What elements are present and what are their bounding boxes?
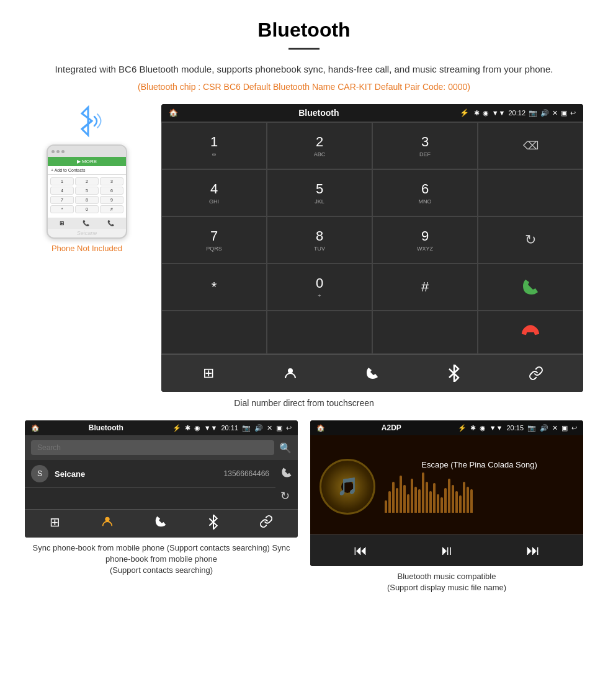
pb-search-icon[interactable]: 🔍: [279, 442, 292, 454]
pb-status-bar: 🏠 Bluetooth ⚡ ✱ ◉ ▼▼ 20:11 📷 🔊 ✕ ▣ ↩: [25, 420, 298, 435]
music-win-icon[interactable]: ▣: [561, 424, 568, 432]
dial-key-0[interactable]: 0+: [267, 264, 372, 311]
dial-key-4[interactable]: 4GHI: [161, 169, 267, 216]
close-status-icon[interactable]: ✕: [552, 109, 558, 117]
dial-end-call-button[interactable]: [478, 311, 583, 354]
music-note-icon: 🎵: [337, 476, 359, 497]
dial-key-1[interactable]: 1∞: [161, 122, 267, 169]
music-controls: ⏮ ⏯ ⏭: [310, 534, 583, 566]
car-status-icons: ✱ ◉ ▼▼ 20:12 📷 🔊 ✕ ▣ ↩: [474, 109, 576, 117]
music-next-icon[interactable]: ⏭: [526, 543, 540, 559]
car-bluetooth-icon[interactable]: [442, 361, 467, 386]
pb-close-icon[interactable]: ✕: [267, 424, 272, 432]
dial-key-star[interactable]: *: [161, 264, 267, 311]
music-home-icon[interactable]: 🏠: [316, 424, 325, 432]
music-bt-icon: ✱: [470, 424, 476, 432]
pb-search-input[interactable]: [31, 440, 274, 455]
dial-key-8[interactable]: 8TUV: [267, 216, 372, 264]
car-home-icon[interactable]: 🏠: [169, 109, 178, 117]
car-screen-title: Bluetooth: [183, 108, 455, 118]
music-back-icon[interactable]: ↩: [571, 424, 577, 432]
dial-backspace[interactable]: ⌫: [478, 122, 583, 169]
pb-title: Bluetooth: [43, 423, 169, 432]
pb-time: 20:11: [221, 424, 238, 432]
back-status-icon[interactable]: ↩: [570, 109, 576, 117]
volume-status-icon: 🔊: [540, 109, 549, 117]
main-demo-area: ▶ MORE + Add to Contacts 123 456 789 *0#…: [25, 104, 583, 392]
music-screen-wrap: 🏠 A2DP ⚡ ✱ ◉ ▼▼ 20:15 📷 🔊 ✕ ▣ ↩ 🎵: [310, 420, 583, 593]
dial-caption: Dial number direct from touchscreen: [25, 398, 583, 408]
dial-empty-4: [372, 311, 478, 354]
music-time: 20:15: [506, 424, 524, 432]
dialpad-row5: [161, 311, 583, 354]
bottom-screens: 🏠 Bluetooth ⚡ ✱ ◉ ▼▼ 20:11 📷 🔊 ✕ ▣ ↩ 🔍: [25, 420, 583, 593]
phone-watermark: Seicane: [48, 229, 126, 237]
svg-line-0: [82, 121, 92, 129]
music-song-title: Escape (The Pina Colada Song): [385, 460, 574, 469]
phonebook-caption: Sync phone-book from mobile phone (Suppo…: [25, 543, 298, 577]
car-grid-icon[interactable]: ⊞: [196, 361, 221, 386]
phonebook-screen: 🏠 Bluetooth ⚡ ✱ ◉ ▼▼ 20:11 📷 🔊 ✕ ▣ ↩ 🔍: [25, 420, 298, 538]
pb-link-bottom-icon[interactable]: [259, 515, 273, 533]
dial-key-7[interactable]: 7PQRS: [161, 216, 267, 264]
dial-refresh[interactable]: ↻: [478, 216, 583, 264]
pb-right-icons: ↻: [275, 460, 298, 509]
pb-contact-row[interactable]: S Seicane 13566664466: [25, 460, 275, 488]
pb-cam-icon: 📷: [242, 424, 251, 432]
pb-contact-avatar: S: [31, 465, 48, 482]
phone-body: ▶ MORE + Add to Contacts 123 456 789 *0#…: [47, 144, 127, 239]
music-title: A2DP: [329, 423, 454, 432]
pb-usb-icon: ⚡: [172, 424, 181, 432]
music-viz: [385, 476, 574, 513]
music-loc-icon: ◉: [480, 424, 486, 432]
dial-key-2[interactable]: 2ABC: [267, 122, 372, 169]
car-link-icon[interactable]: [524, 361, 548, 386]
pb-contact-list: S Seicane 13566664466: [25, 460, 275, 509]
svg-point-1: [288, 368, 293, 373]
phone-bottom-bar: ⊞ 📞 📞: [48, 218, 126, 229]
music-caption: Bluetooth music compatible(Support displ…: [387, 571, 506, 593]
music-close-icon[interactable]: ✕: [552, 424, 558, 432]
dial-key-6[interactable]: 6MNO: [372, 169, 478, 216]
car-phone-icon[interactable]: [360, 361, 385, 386]
phone-green-bar: ▶ MORE: [48, 157, 126, 166]
pb-search-bar: 🔍: [25, 435, 298, 460]
dial-key-hash[interactable]: #: [372, 264, 478, 311]
pb-signal-icon: ▼▼: [204, 424, 218, 432]
pb-bt-icon: ✱: [185, 424, 190, 432]
pb-grid-icon[interactable]: ⊞: [50, 515, 60, 533]
pb-loc-icon: ◉: [194, 424, 200, 432]
dialpad: 1∞ 2ABC 3DEF ⌫ 4GHI 5JKL 6MNO 7PQRS 8TUV…: [161, 122, 583, 311]
car-usb-icon: ⚡: [460, 109, 469, 117]
pb-bottom-bar: ⊞: [25, 509, 298, 538]
phone-keypad: 123 456 789 *0#: [48, 175, 126, 218]
music-prev-icon[interactable]: ⏮: [354, 543, 367, 559]
pb-refresh-right-icon[interactable]: ↻: [280, 489, 293, 503]
pb-home-icon[interactable]: 🏠: [31, 424, 40, 432]
window-status-icon[interactable]: ▣: [561, 109, 567, 117]
pb-contacts-active-icon[interactable]: [101, 515, 114, 533]
title-divider: [288, 48, 320, 50]
dial-key-3[interactable]: 3DEF: [372, 122, 478, 169]
car-bottom-bar: ⊞: [161, 354, 583, 392]
dial-key-5[interactable]: 5JKL: [267, 169, 372, 216]
description: Integrated with BC6 Bluetooth module, su…: [25, 62, 583, 77]
phone-top-bar: [48, 146, 126, 157]
car-contacts-icon[interactable]: [278, 361, 303, 386]
dial-key-9[interactable]: 9WXYZ: [372, 216, 478, 264]
music-vol-icon: 🔊: [540, 424, 548, 432]
music-status-bar: 🏠 A2DP ⚡ ✱ ◉ ▼▼ 20:15 📷 🔊 ✕ ▣ ↩: [310, 420, 583, 435]
music-info: Escape (The Pina Colada Song): [385, 460, 574, 513]
pb-bt-bottom-icon[interactable]: [208, 515, 219, 533]
music-play-icon[interactable]: ⏯: [440, 543, 454, 559]
location-status-icon: ◉: [483, 109, 489, 117]
pb-call-right-icon[interactable]: [280, 466, 293, 482]
music-cam-icon: 📷: [527, 424, 536, 432]
pb-win-icon[interactable]: ▣: [276, 424, 282, 432]
pb-phone-icon[interactable]: [154, 515, 168, 533]
pb-back-icon[interactable]: ↩: [286, 424, 292, 432]
phone-not-included-label: Phone Not Included: [51, 244, 122, 253]
specs-text: (Bluetooth chip : CSR BC6 Default Blueto…: [25, 82, 583, 92]
dial-call-button[interactable]: [478, 264, 583, 311]
time-display: 20:12: [508, 109, 525, 117]
